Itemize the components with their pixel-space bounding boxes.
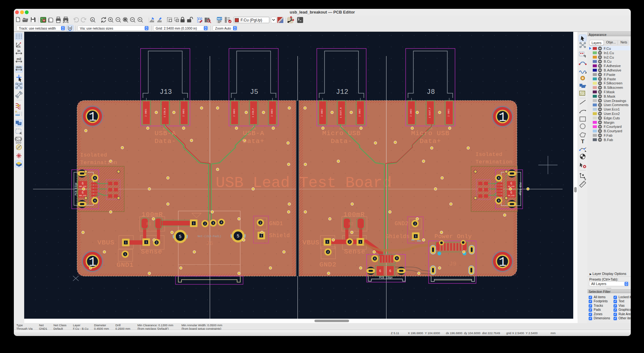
svg-text:Net-(J10-Pad1): Net-(J10-Pad1)	[197, 235, 221, 238]
svg-text:1: 1	[415, 235, 417, 238]
svg-text:F.Cu (PgUp): F.Cu (PgUp)	[241, 18, 262, 22]
svg-text:6: 6	[498, 199, 500, 202]
svg-text:6: 6	[94, 199, 96, 202]
svg-text:θ: θ	[19, 45, 20, 47]
svg-text:1: 1	[327, 240, 328, 243]
svg-text:GND1: GND1	[117, 261, 134, 269]
svg-text:J12: J12	[336, 88, 348, 96]
svg-text:BR_GND: BR_GND	[508, 185, 515, 187]
svg-text:F.Mask: F.Mask	[604, 90, 615, 94]
svg-text:2 GND1: 2 GND1	[233, 109, 236, 117]
svg-text:VBUS: VBUS	[303, 239, 319, 246]
svg-text:6: 6	[82, 191, 84, 194]
svg-text:2: 2	[414, 222, 416, 225]
svg-text:Data+: Data+	[243, 138, 264, 145]
svg-text:4: 4	[221, 221, 222, 224]
svg-text:F.Silkscreen: F.Silkscreen	[604, 81, 622, 85]
svg-text:Isolated: Isolated	[475, 151, 502, 157]
svg-text:Shield: Shield	[269, 232, 290, 239]
svg-text:6: 6	[379, 269, 381, 273]
svg-text:2 GND1: 2 GND1	[271, 109, 273, 117]
svg-text:2 GND2: 2 GND2	[358, 109, 361, 117]
svg-text:6: 6	[510, 191, 512, 194]
svg-text:F.Adhesive: F.Adhesive	[604, 64, 621, 68]
svg-text:F.Paste: F.Paste	[604, 73, 615, 77]
svg-text:User.Eco1: User.Eco1	[604, 107, 620, 111]
svg-text:B.Mask: B.Mask	[604, 94, 615, 98]
svg-text:2 GND2: 2 GND2	[321, 109, 323, 117]
svg-text:GND1: GND1	[269, 220, 283, 227]
svg-text:PCB Edge: PCB Edge	[519, 183, 522, 196]
svg-text:Micro USB: Micro USB	[322, 130, 361, 137]
svg-text:USB-A: USB-A	[154, 130, 176, 137]
svg-text:VBUS: VBUS	[97, 239, 114, 246]
svg-text:2 GND2: 2 GND2	[410, 109, 412, 117]
svg-text:B.Fab: B.Fab	[604, 138, 613, 142]
svg-text:B.Cu: B.Cu	[604, 60, 611, 63]
svg-text:6: 6	[374, 257, 376, 260]
svg-text:1: 1	[125, 241, 127, 244]
svg-text:100mR: 100mR	[142, 211, 163, 218]
svg-text:6: 6	[389, 269, 391, 273]
svg-text:3: 3	[213, 221, 214, 225]
svg-text:In1.Cu: In1.Cu	[604, 51, 614, 55]
svg-text:J8: J8	[427, 88, 435, 96]
svg-text:R1: R1	[146, 222, 151, 226]
svg-text:1: 1	[193, 222, 195, 225]
svg-text:1 DOUT_P: 1 DOUT_P	[429, 107, 431, 118]
svg-text:Micro USB: Micro USB	[411, 130, 449, 137]
svg-text:B.Courtyard: B.Courtyard	[604, 129, 622, 133]
svg-text:J9: J9	[449, 260, 457, 267]
svg-text:Data-: Data-	[154, 138, 176, 145]
svg-text:100mR: 100mR	[343, 211, 365, 218]
svg-text:F.Courtyard: F.Courtyard	[604, 125, 622, 128]
svg-text:Isolated: Isolated	[80, 152, 107, 158]
svg-text:B.Silkscreen: B.Silkscreen	[604, 86, 623, 89]
svg-text:Data-: Data-	[331, 138, 352, 145]
svg-text:2 GND1: 2 GND1	[182, 109, 185, 117]
svg-text:Termination: Termination	[80, 160, 117, 166]
svg-text:2: 2	[260, 221, 261, 224]
svg-text:6: 6	[396, 257, 398, 260]
svg-text:1: 1	[360, 240, 361, 243]
svg-text:T: T	[581, 139, 585, 145]
svg-text:NET: NET	[217, 18, 222, 20]
svg-text:2: 2	[204, 222, 206, 225]
svg-text:2: 2	[349, 240, 351, 243]
svg-text:PCB Edge: PCB Edge	[75, 183, 78, 196]
svg-text:in: in	[18, 49, 20, 53]
svg-text:User.Drawings: User.Drawings	[604, 99, 626, 103]
svg-text:98R_GND: 98R_GND	[79, 185, 86, 187]
svg-text:F.Cu: F.Cu	[604, 47, 611, 50]
svg-text:BR_GND: BR_GND	[508, 195, 515, 196]
svg-text:Edge.Cuts: Edge.Cuts	[604, 116, 620, 120]
svg-text:GND2: GND2	[319, 261, 336, 268]
svg-text:R2: R2	[348, 222, 353, 226]
svg-text:B.Paste: B.Paste	[604, 77, 616, 81]
svg-text:2: 2	[327, 250, 329, 253]
svg-text:1 DOUT_N: 1 DOUT_N	[340, 107, 342, 118]
svg-text:6: 6	[82, 182, 84, 185]
svg-text:6: 6	[510, 182, 512, 185]
svg-text:Margin: Margin	[604, 121, 614, 124]
svg-text:6: 6	[94, 176, 96, 179]
svg-text:5: 5	[179, 234, 181, 239]
svg-text:Shields: Shields	[386, 233, 410, 240]
svg-text:mm: mm	[16, 65, 22, 69]
svg-text:B.Adhesive: B.Adhesive	[604, 68, 621, 72]
svg-text:USB-A: USB-A	[243, 130, 264, 137]
svg-text:User.Comments: User.Comments	[604, 103, 629, 107]
svg-text:2 GND2: 2 GND2	[447, 109, 450, 117]
svg-text:1: 1	[146, 241, 147, 244]
svg-text:User.Eco2: User.Eco2	[604, 112, 620, 116]
svg-text:Data+: Data+	[419, 138, 441, 145]
svg-text:J6: J6	[206, 240, 213, 247]
svg-text:2 GND1: 2 GND1	[145, 109, 147, 117]
svg-text:mil: mil	[17, 57, 21, 61]
svg-text:A: A	[92, 18, 94, 21]
svg-text:5: 5	[237, 233, 239, 238]
svg-text:1 DIN_P: 1 DIN_P	[252, 108, 254, 117]
svg-text:2: 2	[156, 241, 158, 244]
svg-text:J5: J5	[250, 88, 258, 96]
svg-text:6: 6	[498, 176, 500, 179]
